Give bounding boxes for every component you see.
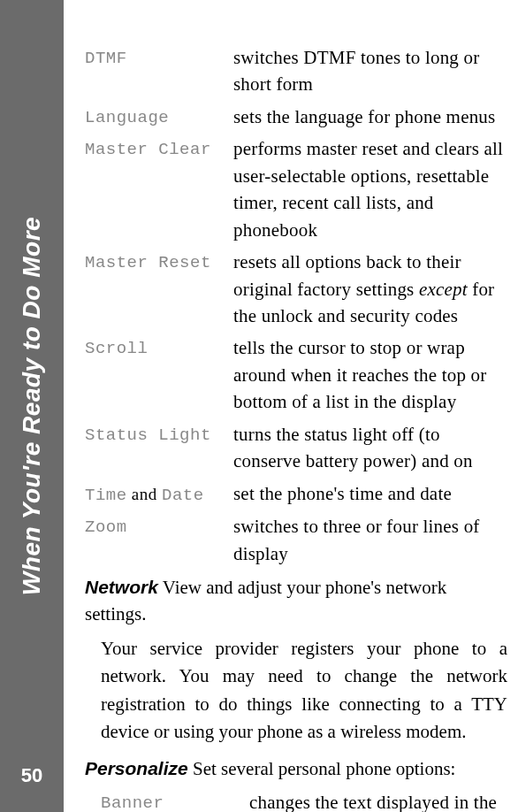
definition-row: Master Clear performs master reset and c…	[85, 135, 507, 243]
term-time-and-date: Time and Date	[85, 480, 233, 509]
network-section: Network View and adjust your phone's net…	[85, 574, 507, 628]
personalize-heading: Personalize	[85, 758, 188, 778]
page-content: DTMF switches DTMF tones to long or shor…	[85, 44, 507, 812]
term-banner: Banner	[101, 789, 249, 812]
network-body: Your service provider registers your pho…	[101, 635, 507, 747]
definition-row: DTMF switches DTMF tones to long or shor…	[85, 44, 507, 98]
definition-row: Status Light turns the status light off …	[85, 421, 507, 475]
desc: switches DTMF tones to long or short for…	[233, 44, 507, 98]
desc: performs master reset and clears all use…	[233, 135, 507, 243]
desc: resets all options back to their origina…	[233, 249, 507, 329]
desc: turns the status light off (to conserve …	[233, 421, 507, 475]
section-title: When You're Ready to Do More	[18, 217, 46, 595]
definition-row: Banner changes the text displayed in the…	[101, 789, 507, 812]
definition-row: Zoom switches to three or four lines of …	[85, 513, 507, 567]
definition-row: Master Reset resets all options back to …	[85, 249, 507, 329]
term-master-reset: Master Reset	[85, 249, 233, 276]
definition-row: Time and Date set the phone's time and d…	[85, 480, 507, 509]
desc: changes the text displayed in the idle s…	[249, 789, 507, 812]
term-zoom: Zoom	[85, 513, 233, 540]
term-language: Language	[85, 103, 233, 131]
term-dtmf: DTMF	[85, 44, 233, 72]
page-number: 50	[0, 764, 64, 787]
sidebar: When You're Ready to Do More 50	[0, 0, 64, 812]
definition-row: Scroll tells the cursor to stop or wrap …	[85, 334, 507, 415]
desc: tells the cursor to stop or wrap around …	[233, 334, 507, 415]
definition-row: Language sets the language for phone men…	[85, 103, 507, 131]
network-heading: Network	[85, 577, 158, 597]
desc: switches to three or four lines of displ…	[233, 513, 507, 567]
term-status-light: Status Light	[85, 421, 233, 448]
desc: sets the language for phone menus	[233, 103, 507, 130]
term-master-clear: Master Clear	[85, 135, 233, 163]
desc: set the phone's time and date	[233, 480, 507, 507]
term-scroll: Scroll	[85, 334, 233, 362]
personalize-intro: Set several personal phone options:	[188, 758, 456, 779]
personalize-section: Personalize Set several personal phone o…	[85, 755, 507, 782]
